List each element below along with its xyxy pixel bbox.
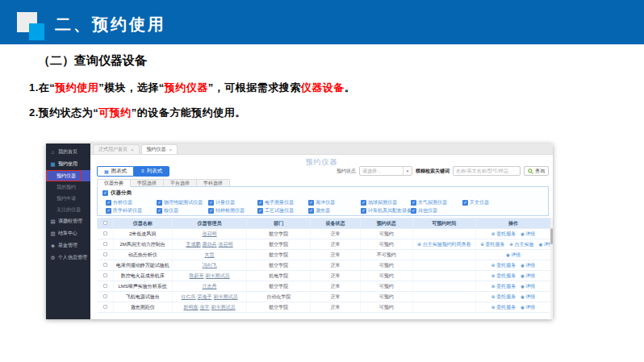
category-checkbox[interactable]: ✓地球探测仪器 xyxy=(361,199,411,206)
category-checkbox[interactable]: ✓计量仪器 xyxy=(208,199,257,206)
tab-user-home[interactable]: 正式用户首页× xyxy=(93,144,140,154)
detail-link[interactable]: ◉ 详情 xyxy=(521,273,535,278)
chart-view-button[interactable]: ▦ 图表式 xyxy=(97,166,134,177)
sidebar-item-reserve-instrument[interactable]: 预约仪器 xyxy=(46,170,90,181)
detail-link[interactable]: ◉ 详情 xyxy=(521,284,535,289)
manager-link[interactable]: 冯剑飞 xyxy=(203,263,217,268)
category-checkbox[interactable]: ✓大气探测仪器 xyxy=(411,199,462,206)
scrollbar-track[interactable] xyxy=(550,218,553,319)
row-checkbox[interactable] xyxy=(103,273,107,277)
manager-link[interactable]: 张召明 xyxy=(203,231,217,236)
select-all-checkbox[interactable] xyxy=(103,221,107,225)
sidebar-item-research-group[interactable]: ▤课题组管理 xyxy=(46,215,90,227)
row-checkbox[interactable] xyxy=(103,252,107,256)
detail-link[interactable]: ◉ 详情 xyxy=(506,252,521,257)
available-time-link[interactable]: ⊕ 自主实验预约时间查看 xyxy=(417,242,471,247)
operation-link[interactable]: ⊕ 自主实验 xyxy=(509,242,533,247)
sidebar-item-reservation-apply[interactable]: 预约申请 xyxy=(46,193,90,204)
checkbox-checked-icon: ✓ xyxy=(208,208,214,214)
category-checkbox[interactable]: ✓海洋仪器 xyxy=(308,199,361,206)
booking-status: 可预约 xyxy=(360,271,412,281)
category-checkbox[interactable]: ✓物理性能测试仪器 xyxy=(157,199,208,206)
operation-link[interactable]: ⊕ 委托服务 xyxy=(491,273,516,278)
row-checkbox[interactable] xyxy=(103,284,107,288)
keyword-input[interactable]: 名称/英文名称/型号/样品 xyxy=(453,166,521,176)
scrollbar-thumb[interactable] xyxy=(550,228,553,244)
row-checkbox[interactable] xyxy=(103,305,107,309)
category-checkbox[interactable]: ✓医学科研仪器 xyxy=(106,207,157,214)
manager-link[interactable]: 张召明 xyxy=(219,242,233,247)
close-icon[interactable]: × xyxy=(169,148,173,152)
detail-link[interactable]: ◉ 详情 xyxy=(538,242,550,247)
search-icon xyxy=(528,169,533,174)
detail-link[interactable]: ◉ 详情 xyxy=(521,305,535,310)
manager-link[interactable]: 刷卡测试员 xyxy=(214,294,238,299)
instrument-managers: 张召明 xyxy=(172,229,247,239)
category-checkbox[interactable]: ✓工艺试验仪器 xyxy=(257,207,308,214)
manager-link[interactable]: 陈蔚芳 xyxy=(190,273,204,278)
manager-link[interactable]: 任仁良 xyxy=(182,294,196,299)
available-time: ⊕ 自主实验预约时间查看 xyxy=(412,239,476,250)
available-time xyxy=(412,260,476,271)
sidebar-item-label: 我的首页 xyxy=(58,148,77,156)
main-content: 正式用户首页×预约仪器× 预约仪器 ▦ 图表式 ≡ 列表式 预约状态 xyxy=(90,144,553,319)
category-checkbox[interactable]: ✓激光器 xyxy=(308,207,361,214)
close-icon[interactable]: × xyxy=(131,148,134,152)
category-label: 其他仪器 xyxy=(418,207,437,214)
manager-link[interactable]: 大雷 xyxy=(205,252,215,257)
sidebar-item-settlement-center[interactable]: ▥结算中心 xyxy=(46,227,90,239)
detail-link[interactable]: ◉ 详情 xyxy=(521,294,535,299)
slide-header-bar: 二、预约使用 xyxy=(0,0,644,44)
operation-link[interactable]: ⊕ 委托服务 xyxy=(480,242,504,247)
sidebar-item-home[interactable]: ⌂我的首页 xyxy=(46,146,90,158)
instrument-managers: 汪志丹 xyxy=(172,281,247,292)
manager-link[interactable]: 刷卡测试员 xyxy=(206,273,230,278)
list-view-button[interactable]: ≡ 列表式 xyxy=(134,166,169,177)
category-checkbox[interactable]: ✓天文仪器 xyxy=(462,199,546,206)
operation-link[interactable]: ⊕ 委托服务 xyxy=(491,305,516,310)
operation-link[interactable]: ⊕ 委托服务 xyxy=(491,231,516,236)
manager-link[interactable]: 郭明磊 xyxy=(184,305,199,310)
detail-link[interactable]: ◉ 详情 xyxy=(521,263,535,268)
sidebar-item-reserve-use[interactable]: ▦预约使用 xyxy=(46,158,90,170)
status-select[interactable]: 请选择... ▼ xyxy=(359,166,412,176)
manager-link[interactable]: 荣逸子 xyxy=(198,294,212,299)
manager-link[interactable]: 刷卡测试员 xyxy=(211,305,236,310)
row-checkbox[interactable] xyxy=(103,231,107,235)
row-checkbox[interactable] xyxy=(103,294,107,298)
sidebar-item-fund-management[interactable]: ◈基金管理 xyxy=(46,239,90,252)
plus-circle-icon: ⊕ xyxy=(417,242,423,247)
tab-label: 预约仪器 xyxy=(147,146,166,153)
operation-link[interactable]: ⊕ 委托服务 xyxy=(491,263,516,268)
search-button[interactable]: 查询 xyxy=(524,166,549,176)
manager-link[interactable]: 王成鹏 xyxy=(186,242,201,247)
operation-link[interactable]: ⊕ 委托服务 xyxy=(491,284,516,289)
category-label: 分析仪器 xyxy=(113,199,132,206)
category-checkbox[interactable]: ✓其他仪器 xyxy=(411,207,462,214)
tab-reserve-instrument[interactable]: 预约仪器× xyxy=(141,144,178,154)
category-label: 激光器 xyxy=(316,207,330,214)
manager-link[interactable]: 唐劲兵 xyxy=(203,242,217,247)
category-checkbox[interactable]: ✓特种检测仪器 xyxy=(208,207,257,214)
operation-link[interactable]: ⊕ 委托服务 xyxy=(491,294,516,299)
filter-tab-1[interactable]: 仪器分类 xyxy=(97,179,131,187)
table-row: 2米低速风洞张召明航空学院正常可预约⊕ 委托服务◉ 详情 xyxy=(98,229,551,239)
row-checkbox[interactable] xyxy=(103,242,107,246)
detail-link[interactable]: ◉ 详情 xyxy=(521,231,535,236)
category-checkbox[interactable]: ✓电子测量仪器 xyxy=(257,199,308,206)
row-checkbox[interactable] xyxy=(103,263,107,267)
sidebar-item-followed-instruments[interactable]: 关注的仪器 xyxy=(46,204,90,215)
manager-link[interactable]: 张平 xyxy=(200,305,210,310)
sidebar-item-my-reservations[interactable]: 我的预约 xyxy=(46,181,90,193)
book-icon: ▤ xyxy=(50,218,56,225)
category-checkbox[interactable]: ✓核仪器 xyxy=(157,207,208,214)
sidebar-item-personal-info[interactable]: ⚙个人信息管理 xyxy=(46,252,90,264)
department: 航空学院 xyxy=(247,302,311,313)
row-select-cell xyxy=(98,281,114,292)
category-checkbox[interactable]: ✓分析仪器 xyxy=(106,199,157,206)
operations: ⊕ 委托服务◉ 详情 xyxy=(476,271,551,281)
category-checkbox[interactable]: ✓计算机及其配套设备 xyxy=(361,207,411,214)
body-text: 2.预约状态为“ xyxy=(29,106,98,119)
manager-link[interactable]: 汪志丹 xyxy=(203,284,217,289)
category-group-checkbox[interactable]: ✓ 仪器分类 xyxy=(102,189,132,197)
